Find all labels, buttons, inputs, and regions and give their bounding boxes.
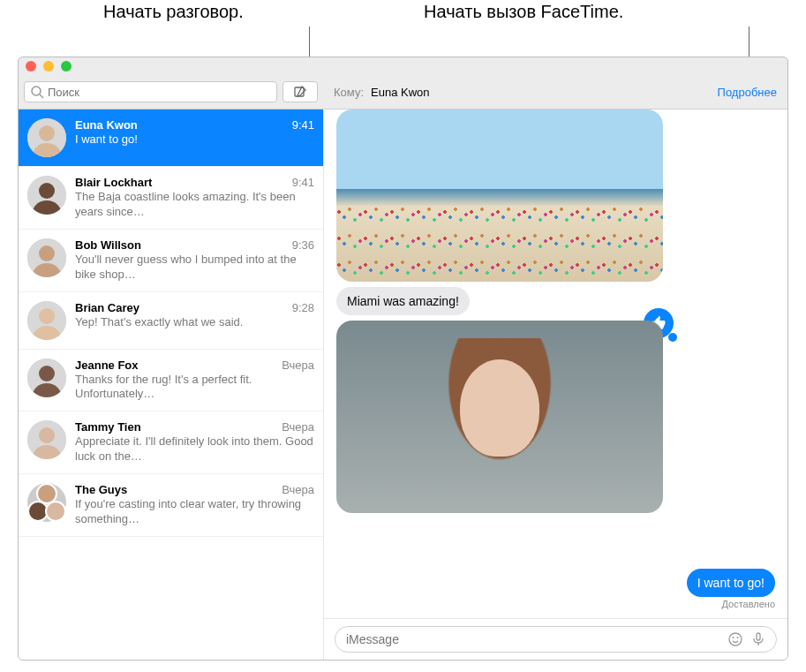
- search-input[interactable]: [48, 86, 271, 99]
- svg-line-1: [40, 94, 43, 98]
- svg-point-13: [39, 308, 55, 324]
- close-button[interactable]: [26, 61, 36, 72]
- avatar: [27, 301, 66, 340]
- conversation-time: Вчера: [282, 359, 314, 372]
- svg-point-19: [39, 427, 55, 443]
- conversation-preview: Appreciate it. I'll definitely look into…: [75, 434, 314, 464]
- received-text[interactable]: Miami was amazing!: [336, 287, 470, 315]
- conversation-name: Brian Carey: [75, 301, 139, 314]
- conversation-name: Tammy Tien: [75, 420, 141, 434]
- svg-point-21: [729, 633, 742, 646]
- sent-text[interactable]: I want to go!: [687, 569, 775, 597]
- svg-point-4: [39, 125, 55, 141]
- conversation-preview: Thanks for the rug! It's a perfect fit. …: [75, 373, 314, 403]
- conversation-preview: If you're casting into clear water, try …: [75, 497, 314, 527]
- conversation-preview: I want to go!: [75, 132, 314, 147]
- details-button[interactable]: Подробнее: [718, 86, 777, 99]
- messages-scroll[interactable]: Miami was amazing! I want to go! Доставл…: [324, 109, 787, 618]
- input-bar: [324, 618, 787, 660]
- conversation-time: Вчера: [282, 420, 314, 434]
- conversation-name: The Guys: [75, 483, 127, 496]
- avatar: [27, 118, 66, 157]
- help-callouts: Начать разговор. Начать вызов FaceTime.: [0, 0, 806, 57]
- svg-rect-24: [757, 633, 760, 640]
- conversation-name: Jeanne Fox: [75, 359, 139, 372]
- to-label: Кому:: [334, 86, 364, 99]
- conversation-name: Euna Kwon: [75, 118, 138, 132]
- conversation-preview: The Baja coastline looks amazing. It's b…: [75, 190, 314, 220]
- compose-icon: [293, 85, 307, 99]
- conversation-preview: Yep! That's exactly what we said.: [75, 315, 314, 330]
- message-thread: Miami was amazing! I want to go! Доставл…: [323, 109, 787, 660]
- conversation-time: 9:41: [292, 118, 314, 132]
- conversation-time: 9:28: [292, 301, 314, 314]
- delivered-status: Доставлено: [721, 599, 775, 609]
- message-input-wrap[interactable]: [335, 626, 777, 653]
- conversation-time: 9:36: [292, 238, 314, 252]
- message-input[interactable]: [346, 632, 721, 646]
- svg-point-23: [737, 637, 739, 638]
- search-icon: [30, 85, 44, 99]
- conversation-time: 9:41: [292, 176, 314, 189]
- list-item[interactable]: Jeanne FoxВчераThanks for the rug! It's …: [19, 350, 323, 412]
- received-image-beach[interactable]: [336, 109, 663, 282]
- received-image-portrait[interactable]: [336, 321, 663, 513]
- list-item[interactable]: Euna Kwon9:41I want to go!: [19, 109, 323, 167]
- conversation-time: Вчера: [282, 483, 314, 496]
- messages-window: Кому: Euna Kwon Подробнее Euna Kwon9:41I…: [18, 57, 788, 661]
- svg-point-10: [39, 245, 55, 261]
- avatar: [27, 176, 66, 215]
- avatar: [27, 420, 66, 459]
- list-item[interactable]: Bob Willson9:36You'll never guess who I …: [19, 230, 323, 292]
- callout-compose: Начать разговор.: [103, 2, 244, 22]
- conversation-name: Bob Willson: [75, 238, 141, 252]
- zoom-button[interactable]: [61, 61, 72, 72]
- svg-point-0: [32, 87, 41, 95]
- search-field[interactable]: [24, 81, 277, 102]
- svg-point-16: [39, 366, 55, 381]
- title-bar: [19, 57, 787, 75]
- minimize-button[interactable]: [43, 61, 54, 72]
- emoji-icon[interactable]: [728, 632, 742, 646]
- toolbar: Кому: Euna Kwon Подробнее: [19, 75, 787, 109]
- compose-button[interactable]: [282, 81, 318, 102]
- traffic-lights: [26, 61, 72, 72]
- conversation-name: Blair Lockhart: [75, 176, 152, 189]
- avatar: [27, 359, 66, 397]
- list-item[interactable]: Brian Carey9:28Yep! That's exactly what …: [19, 292, 323, 350]
- svg-point-22: [733, 637, 734, 638]
- list-item[interactable]: Tammy TienВчераAppreciate it. I'll defin…: [19, 412, 323, 474]
- avatar: [27, 483, 66, 522]
- microphone-icon[interactable]: [751, 632, 765, 646]
- conversation-preview: You'll never guess who I bumped into at …: [75, 253, 314, 283]
- list-item[interactable]: The GuysВчераIf you're casting into clea…: [19, 474, 323, 537]
- avatar: [27, 238, 66, 277]
- callout-facetime: Начать вызов FaceTime.: [424, 2, 623, 22]
- recipient-name[interactable]: Euna Kwon: [371, 86, 718, 99]
- svg-point-7: [39, 183, 55, 199]
- conversation-list[interactable]: Euna Kwon9:41I want to go!Blair Lockhart…: [19, 109, 323, 660]
- list-item[interactable]: Blair Lockhart9:41The Baja coastline loo…: [19, 167, 323, 230]
